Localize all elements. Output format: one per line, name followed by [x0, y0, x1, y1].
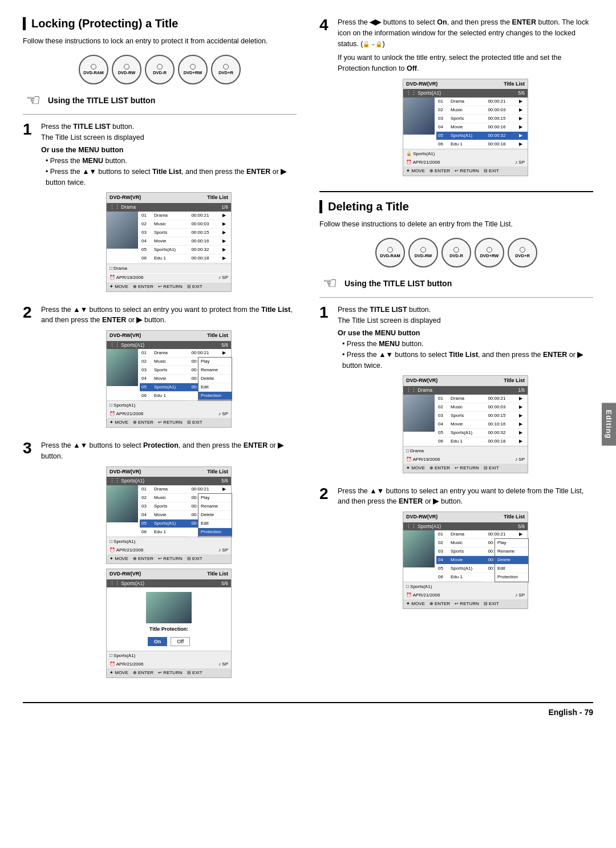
del-step-1-content: Press the TITLE LIST button. The Title L…	[338, 305, 593, 478]
screen1-subheader: ⋮⋮ Drama	[110, 204, 136, 211]
protection-label: Title Protection:	[149, 626, 188, 634]
using-title-label: Using the TITLE LIST button	[48, 96, 155, 105]
del-disc-dvd-ram: DVD-RAM	[375, 238, 405, 267]
del-step-1-block: 1 Press the TITLE LIST button. The Title…	[319, 305, 593, 478]
disc-dvd-plus-r: DVD+R	[211, 55, 241, 84]
disc-dvd-rw: DVD-RW	[112, 55, 141, 84]
del-step-2-number: 2	[319, 486, 332, 614]
del-disc-dvd-plus-r: DVD+R	[508, 238, 537, 267]
disc-dvd-plus-rw: DVD+RW	[178, 55, 208, 84]
step-4-block: 4 Press the ◀▶ buttons to select On, and…	[319, 17, 593, 181]
hand-icon: ☜	[23, 90, 43, 111]
del-disc-dvd-rw: DVD-RW	[408, 238, 438, 267]
deleting-intro: Follow these instructions to delete an e…	[319, 219, 593, 230]
screen-3b-mockup: DVD-RW(VR)Title List ⋮⋮ Sports(A1)5/6 Ti…	[106, 569, 232, 678]
screen1-table: 01Drama00:00:21▶ 02Music00:00:03▶ 03Spor…	[140, 212, 231, 263]
page-number: English - 79	[23, 702, 593, 717]
section-divider	[319, 191, 593, 192]
step-4-content: Press the ◀▶ buttons to select On, and t…	[338, 17, 593, 181]
step-4-unlock-text: If you want to unlock the title entry, s…	[338, 52, 593, 74]
locking-intro: Follow these instructions to lock an ent…	[23, 36, 297, 47]
screen1-header-left: DVD-RW(VR)	[110, 194, 141, 202]
screen1-footer: ✦ MOVE⊕ ENTER↩ RETURN⊟ EXIT	[107, 282, 231, 291]
screen1-page: 1/6	[221, 204, 228, 211]
del-using-title-label: Using the TITLE LIST button	[345, 279, 452, 288]
on-off-buttons[interactable]: On Off	[148, 637, 190, 646]
del-screen-2-mockup: DVD-RW(VR)Title List ⋮⋮ Sports(A1)5/6 01…	[403, 512, 528, 609]
step-1-number: 1	[23, 121, 35, 297]
disc-icons-row: DVD-RAM DVD-RW DVD-R DVD+RW DVD+R	[23, 55, 297, 84]
on-button[interactable]: On	[148, 637, 168, 646]
screen1-thumb	[107, 212, 138, 249]
step-3-block: 3 Press the ▲▼ buttons to select Protect…	[23, 440, 297, 683]
del-step-1-number: 1	[319, 305, 332, 478]
del-using-title-list-header: ☜ Using the TITLE LIST button	[319, 273, 593, 298]
screen-2-mockup: DVD-RW(VR) Title List ⋮⋮ Sports(A1) 5/6 …	[106, 330, 232, 428]
step-1-content: Press the TITLE LIST button. The Title L…	[41, 121, 297, 297]
disc-dvd-r: DVD-R	[145, 55, 175, 84]
del-step-2-block: 2 Press the ▲▼ buttons to select an entr…	[319, 486, 593, 614]
step-2-content: Press the ▲▼ buttons to select an entry …	[41, 305, 297, 433]
step-2-block: 2 Press the ▲▼ buttons to select an entr…	[23, 305, 297, 433]
disc-icons-row-delete: DVD-RAM DVD-RW DVD-R DVD+RW DVD+R	[319, 238, 593, 267]
disc-dvd-ram: DVD-RAM	[79, 55, 108, 84]
step-1-block: 1 Press the TITLE LIST button. The Title…	[23, 121, 297, 297]
left-column: Locking (Protecting) a Title Follow thes…	[23, 17, 297, 691]
editing-tab: Editing	[602, 403, 616, 445]
del-hand-icon: ☜	[319, 273, 340, 294]
screen-1-mockup: DVD-RW(VR) Title List ⋮⋮ Drama 1/6 01Dra…	[106, 192, 232, 291]
deleting-title-text: Deleting a Title	[328, 200, 409, 213]
step-3-number: 3	[23, 440, 35, 683]
right-column: 4 Press the ◀▶ buttons to select On, and…	[319, 17, 593, 691]
del-step-2-content: Press the ▲▼ buttons to select an entry …	[338, 486, 593, 614]
screen1-header-right: Title List	[207, 194, 228, 202]
step-2-number: 2	[23, 305, 35, 433]
del-disc-dvd-r: DVD-R	[441, 238, 471, 267]
del-disc-dvd-plus-rw: DVD+RW	[475, 238, 504, 267]
screen-4-mockup: DVD-RW(VR)Title List ⋮⋮ Sports(A1)5/6 01…	[403, 79, 528, 176]
locking-title-text: Locking (Protecting) a Title	[31, 17, 178, 30]
off-button[interactable]: Off	[171, 637, 190, 646]
using-title-list-header: ☜ Using the TITLE LIST button	[23, 90, 297, 115]
step-3-content: Press the ▲▼ buttons to select Protectio…	[41, 440, 297, 683]
locking-title: Locking (Protecting) a Title	[23, 17, 297, 30]
screen-3a-mockup: DVD-RW(VR)Title List ⋮⋮ Sports(A1)5/6 01…	[106, 466, 232, 564]
del-screen-1-mockup: DVD-RW(VR)Title List ⋮⋮ Drama1/6 01Drama…	[403, 375, 528, 473]
step-4-number: 4	[319, 17, 332, 181]
deleting-title: Deleting a Title	[319, 200, 593, 213]
